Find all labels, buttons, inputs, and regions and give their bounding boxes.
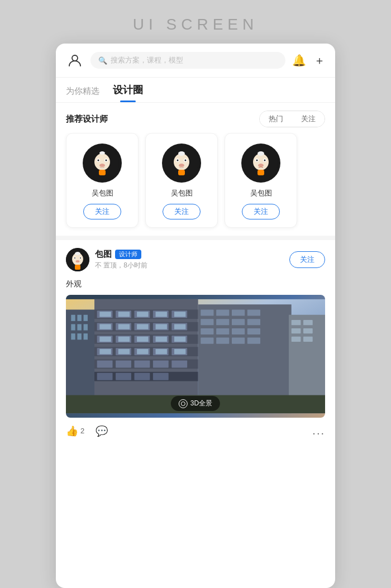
follow-button-2[interactable]: 关注 — [163, 204, 201, 219]
svg-rect-18 — [178, 170, 185, 175]
follow-button-3[interactable]: 关注 — [242, 204, 280, 219]
svg-rect-27 — [258, 170, 264, 175]
svg-point-19 — [178, 151, 185, 156]
svg-rect-130 — [303, 337, 313, 342]
svg-rect-70 — [118, 324, 130, 329]
panorama-label: 3D全景 — [190, 399, 212, 408]
svg-rect-127 — [292, 328, 301, 333]
designer-name-2: 吴包图 — [171, 188, 193, 198]
svg-rect-126 — [303, 320, 313, 325]
comment-action[interactable]: 💬 — [96, 425, 108, 437]
svg-rect-109 — [216, 309, 229, 315]
svg-point-17 — [179, 164, 184, 167]
svg-point-5 — [98, 160, 99, 161]
svg-rect-111 — [247, 309, 260, 315]
designer-name-1: 吴包图 — [92, 188, 113, 198]
svg-rect-91 — [99, 349, 111, 354]
svg-rect-100 — [153, 360, 169, 367]
svg-rect-43 — [77, 315, 81, 321]
svg-rect-129 — [292, 337, 301, 342]
designer-badge: 设计师 — [115, 250, 141, 259]
tab-for-you[interactable]: 为你精选 — [66, 86, 99, 102]
svg-rect-48 — [71, 333, 75, 340]
svg-point-6 — [106, 160, 107, 161]
svg-rect-69 — [99, 324, 111, 329]
svg-rect-60 — [137, 312, 148, 317]
post-follow-button[interactable]: 关注 — [289, 251, 325, 268]
svg-point-28 — [258, 151, 264, 156]
svg-rect-82 — [137, 337, 148, 342]
svg-rect-104 — [116, 373, 131, 380]
svg-point-15 — [177, 160, 179, 161]
designer-avatar-1 — [83, 144, 122, 183]
svg-rect-58 — [99, 312, 111, 317]
svg-point-26 — [258, 164, 264, 167]
filter-hot[interactable]: 热门 — [260, 111, 292, 127]
more-action[interactable]: ... — [312, 424, 325, 437]
section-header: 推荐设计师 热门 关注 — [56, 103, 335, 133]
designer-avatar-2 — [162, 144, 201, 183]
svg-rect-95 — [174, 349, 185, 354]
svg-point-7 — [99, 164, 105, 167]
designer-name-3: 吴包图 — [250, 188, 272, 198]
svg-rect-116 — [201, 328, 213, 334]
svg-rect-61 — [156, 312, 167, 317]
svg-rect-117 — [216, 328, 229, 334]
header-actions: 🔔 ＋ — [292, 53, 325, 68]
section-divider — [56, 236, 335, 240]
svg-rect-115 — [247, 319, 260, 325]
svg-rect-72 — [156, 324, 167, 329]
designer-avatar-3 — [241, 144, 280, 183]
designer-card-3: 吴包图 关注 — [225, 133, 297, 228]
svg-rect-81 — [118, 337, 130, 342]
svg-point-16 — [185, 160, 187, 161]
add-icon[interactable]: ＋ — [314, 53, 325, 68]
post-footer: 👍 2 💬 ... — [66, 418, 325, 443]
svg-point-10 — [99, 151, 105, 155]
svg-point-24 — [256, 160, 258, 161]
svg-rect-99 — [134, 360, 150, 367]
filter-follow[interactable]: 关注 — [292, 111, 325, 127]
svg-rect-47 — [84, 324, 88, 330]
svg-rect-101 — [171, 360, 187, 367]
post-image[interactable]: 3D全景 — [66, 295, 325, 418]
svg-rect-123 — [247, 338, 260, 344]
search-bar[interactable]: 🔍 搜索方案，课程，模型 — [90, 52, 285, 69]
svg-rect-80 — [99, 337, 111, 342]
avatar-button[interactable] — [66, 51, 84, 69]
svg-point-35 — [76, 260, 80, 262]
panorama-icon — [179, 399, 188, 408]
svg-rect-59 — [118, 312, 130, 317]
post-meta: 不 置顶，8小时前 — [95, 261, 147, 270]
svg-rect-122 — [232, 338, 245, 344]
header: 🔍 搜索方案，课程，模型 🔔 ＋ — [56, 44, 335, 78]
svg-rect-84 — [174, 337, 185, 342]
svg-rect-98 — [116, 360, 131, 367]
svg-rect-118 — [232, 328, 245, 334]
post-caption: 外观 — [66, 275, 325, 295]
svg-rect-46 — [77, 324, 81, 330]
follow-button-1[interactable]: 关注 — [83, 204, 121, 219]
svg-rect-114 — [232, 319, 245, 325]
phone-frame: 🔍 搜索方案，课程，模型 🔔 ＋ 为你精选 设计圈 推荐设计师 热门 关注 — [56, 44, 335, 588]
post-user-info: 包图 设计师 不 置顶，8小时前 — [66, 248, 147, 271]
post-user-details: 包图 设计师 不 置顶，8小时前 — [95, 249, 147, 270]
notification-icon[interactable]: 🔔 — [292, 54, 306, 67]
svg-point-21 — [253, 154, 269, 170]
panorama-badge[interactable]: 3D全景 — [171, 396, 220, 411]
svg-rect-45 — [71, 324, 75, 330]
svg-rect-42 — [71, 315, 75, 321]
svg-rect-125 — [292, 320, 301, 325]
post-avatar[interactable] — [66, 248, 89, 271]
svg-rect-97 — [97, 360, 113, 367]
search-placeholder: 搜索方案，课程，模型 — [111, 55, 183, 65]
svg-point-34 — [80, 257, 81, 259]
svg-rect-110 — [232, 309, 245, 315]
search-icon: 🔍 — [98, 56, 107, 65]
svg-rect-92 — [118, 349, 130, 354]
svg-point-37 — [75, 252, 80, 255]
tab-design-circle[interactable]: 设计圈 — [113, 83, 143, 102]
designers-list: 吴包图 关注 吴包图 关注 — [56, 133, 335, 236]
post-username: 包图 — [95, 249, 112, 260]
like-action[interactable]: 👍 2 — [66, 425, 84, 437]
